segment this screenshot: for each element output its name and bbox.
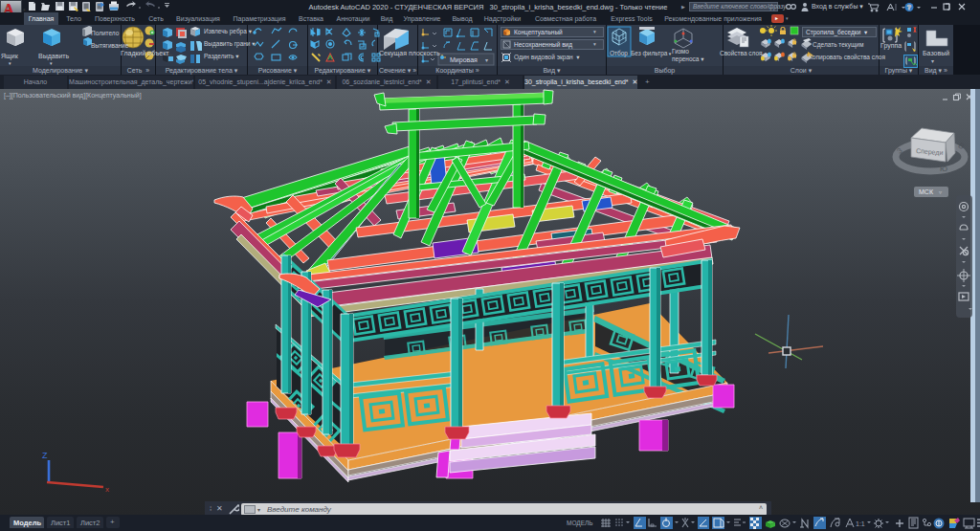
svg-text:▾: ▾ bbox=[485, 57, 488, 63]
svg-text:Разделить ▾: Разделить ▾ bbox=[204, 53, 239, 60]
svg-text:Мировая: Мировая bbox=[450, 56, 478, 64]
svg-text:▿: ▿ bbox=[939, 189, 942, 195]
svg-text:1:1: 1:1 bbox=[856, 520, 865, 527]
svg-text:МСК: МСК bbox=[919, 188, 934, 195]
svg-text:?: ? bbox=[907, 4, 911, 11]
svg-text:Z: Z bbox=[42, 451, 48, 460]
svg-text:▾: ▾ bbox=[931, 58, 934, 64]
svg-text:Ю: Ю bbox=[940, 165, 947, 173]
svg-text:Группа: Группа bbox=[880, 42, 902, 50]
svg-text:Извлечь ребра ▾: Извлечь ребра ▾ bbox=[204, 28, 253, 35]
svg-text:x: x bbox=[105, 485, 109, 494]
svg-text:Базовый: Базовый bbox=[923, 50, 949, 56]
svg-text:Выдавить грани ▾: Выдавить грани ▾ bbox=[204, 40, 256, 48]
